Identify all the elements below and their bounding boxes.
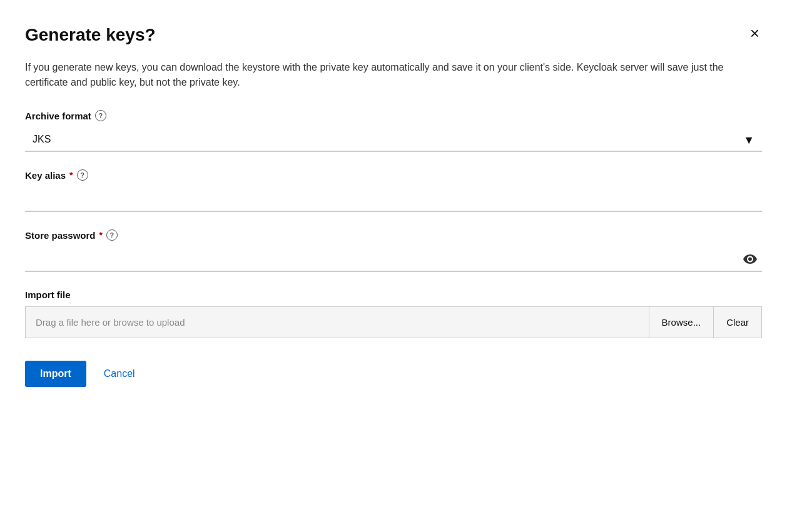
cancel-button[interactable]: Cancel	[99, 361, 140, 387]
store-password-group: Store password * ?	[25, 229, 762, 272]
store-password-label-text: Store password	[25, 230, 96, 241]
dialog-description: If you generate new keys, you can downlo…	[25, 60, 751, 90]
toggle-password-visibility-button[interactable]	[743, 254, 757, 264]
dialog-header: Generate keys? ×	[25, 25, 762, 45]
generate-keys-dialog: Generate keys? × If you generate new key…	[0, 0, 787, 532]
archive-format-select-wrapper: JKS PKCS12 ▼	[25, 128, 762, 152]
dialog-footer: Import Cancel	[25, 361, 762, 387]
import-button[interactable]: Import	[25, 361, 86, 387]
store-password-required-star: *	[99, 230, 103, 240]
archive-format-label: Archive format ?	[25, 110, 762, 121]
store-password-input[interactable]	[25, 247, 762, 272]
key-alias-group: Key alias * ?	[25, 169, 762, 212]
import-file-label: Import file	[25, 289, 762, 300]
import-file-group: Import file Drag a file here or browse t…	[25, 289, 762, 338]
file-drag-area[interactable]: Drag a file here or browse to upload	[26, 307, 649, 338]
browse-button[interactable]: Browse...	[649, 307, 714, 338]
key-alias-input[interactable]	[25, 187, 762, 212]
archive-format-group: Archive format ? JKS PKCS12 ▼	[25, 110, 762, 152]
close-button[interactable]: ×	[748, 25, 762, 41]
store-password-help-icon[interactable]: ?	[106, 229, 118, 241]
archive-format-label-text: Archive format	[25, 111, 91, 121]
key-alias-label: Key alias * ?	[25, 169, 762, 181]
store-password-label: Store password * ?	[25, 229, 762, 241]
eye-icon	[743, 254, 757, 264]
dialog-title: Generate keys?	[25, 25, 156, 45]
file-upload-area: Drag a file here or browse to upload Bro…	[25, 306, 762, 338]
key-alias-required-star: *	[69, 170, 73, 180]
key-alias-help-icon[interactable]: ?	[77, 169, 88, 181]
clear-button[interactable]: Clear	[713, 307, 761, 338]
store-password-wrapper	[25, 247, 762, 272]
key-alias-label-text: Key alias	[25, 170, 66, 181]
archive-format-help-icon[interactable]: ?	[95, 110, 106, 121]
archive-format-select[interactable]: JKS PKCS12	[25, 128, 762, 152]
